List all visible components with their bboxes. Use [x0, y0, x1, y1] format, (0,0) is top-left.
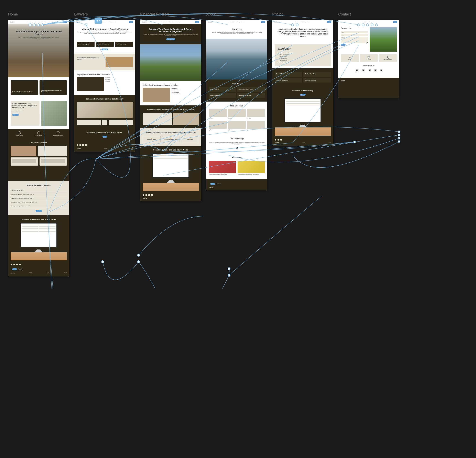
linkedin-icon[interactable]: [148, 194, 150, 196]
faq-cta-button[interactable]: Learn More: [35, 210, 42, 212]
twitter-icon[interactable]: [19, 264, 21, 265]
footer-link[interactable]: Home: [29, 273, 32, 274]
footer-logo[interactable]: cache: [341, 80, 345, 82]
page-home[interactable]: cache Lawyers Financial Advisors About P…: [8, 20, 69, 276]
nav-link[interactable]: Pricing: [369, 21, 372, 22]
page-label-financial[interactable]: Financial Advisors: [140, 12, 201, 17]
nav-link[interactable]: About: [106, 21, 108, 22]
demo-button[interactable]: Demo: [102, 136, 107, 138]
email-field[interactable]: [341, 34, 368, 36]
nav-link[interactable]: Pricing: [109, 21, 111, 22]
nav-link[interactable]: About: [40, 21, 42, 22]
message-field[interactable]: [341, 37, 368, 43]
linkedin-icon[interactable]: [280, 139, 282, 141]
footer-link[interactable]: Privacy: [130, 148, 133, 149]
nav-link[interactable]: About: [300, 21, 302, 22]
demo-pill[interactable]: Demo: [210, 183, 215, 185]
footer-link[interactable]: Terms: [64, 273, 67, 274]
audience-title[interactable]: Financial Advisors: [41, 164, 65, 165]
faq-item[interactable]: How long can I store my Estate Plan and …: [11, 200, 67, 204]
contact-method-call[interactable]: 📞 Schedule A Call: [379, 54, 397, 62]
cta-button[interactable]: See How It Works: [166, 38, 175, 40]
login-button[interactable]: Login: [393, 21, 397, 23]
faq-item[interactable]: How often will I need this? What if I fo…: [11, 193, 67, 196]
demo-pill[interactable]: Demo: [12, 268, 17, 270]
name-field[interactable]: [341, 31, 368, 33]
back-button[interactable]: ↩: [94, 18, 102, 24]
github-icon[interactable]: [143, 194, 144, 196]
footer-link[interactable]: Sitemap: [29, 272, 32, 273]
sitemap-canvas[interactable]: Home cache Lawyers Financial Advisors Ab…: [8, 12, 468, 276]
logo[interactable]: cache: [10, 21, 14, 23]
logo[interactable]: cache: [208, 21, 212, 23]
social-facebook[interactable]: ▣Facebook: [362, 69, 365, 72]
nav-link[interactable]: About: [234, 21, 236, 22]
linkedin-icon[interactable]: [82, 144, 84, 146]
nav-link[interactable]: About: [174, 21, 176, 22]
logo[interactable]: cache: [340, 21, 344, 23]
nav-link[interactable]: About: [366, 21, 368, 22]
social-github[interactable]: ▣GitHub: [374, 69, 377, 72]
footer-logo[interactable]: cache: [76, 148, 81, 150]
page-lawyers[interactable]: cache Lawyers Financial Advisors About P…: [74, 20, 135, 152]
footer-logo[interactable]: cache: [209, 187, 213, 188]
social-twitter[interactable]: ▣Twitter: [369, 69, 371, 72]
nav-link[interactable]: Financial Advisors: [32, 21, 38, 22]
page-label-contact[interactable]: Contact: [338, 12, 400, 17]
nav-link[interactable]: Pricing: [303, 21, 306, 22]
nav-link[interactable]: Contact: [373, 21, 376, 22]
twitter-icon[interactable]: [85, 144, 87, 146]
demo-button[interactable]: Schedule: [300, 94, 306, 96]
footer-link[interactable]: Privacy: [328, 142, 331, 143]
footer-link[interactable]: Sitemap: [104, 148, 107, 149]
footer-link[interactable]: Contact: [47, 273, 50, 274]
page-contact[interactable]: cache Lawyers About Pricing Contact Logi…: [338, 20, 400, 98]
page-label-pricing[interactable]: Pricing: [272, 12, 333, 17]
nav-link[interactable]: Pricing: [43, 21, 45, 22]
logo[interactable]: cache: [76, 21, 80, 23]
login-button[interactable]: Login: [195, 21, 199, 23]
github-icon[interactable]: [275, 139, 276, 141]
nav-link[interactable]: Pricing: [237, 21, 240, 22]
nav-link[interactable]: Contact: [113, 21, 116, 22]
social-linkedin[interactable]: ▣LinkedIn: [355, 69, 358, 72]
logo[interactable]: cache: [274, 21, 278, 23]
footer-link[interactable]: Sitemap: [302, 142, 305, 143]
footer-logo[interactable]: cache: [275, 142, 279, 144]
github-icon[interactable]: [76, 144, 78, 146]
nav-link[interactable]: Financial Advisors: [166, 21, 172, 22]
faq-item[interactable]: What happens to my data if I unsubscribe…: [11, 204, 67, 208]
login-button[interactable]: Login: [63, 21, 67, 23]
footer-logo[interactable]: cache: [11, 272, 15, 274]
social-apple[interactable]: ▣Apple: [380, 69, 382, 72]
nav-link[interactable]: Lawyers: [362, 21, 365, 22]
footer-link[interactable]: Privacy: [64, 272, 67, 273]
faq-item[interactable]: What type of files can I store?: [11, 189, 67, 193]
nav-link[interactable]: Lawyers: [27, 21, 31, 22]
price-pill[interactable]: $120: [216, 183, 221, 185]
facebook-icon[interactable]: [13, 264, 15, 265]
facebook-icon[interactable]: [79, 144, 81, 146]
page-financial[interactable]: cache Lawyers Financial Advisors About P…: [140, 20, 201, 201]
page-pricing[interactable]: cache Lawyers About Pricing Contact Logi…: [272, 20, 333, 146]
nav-link[interactable]: Contact: [47, 21, 50, 22]
submit-button[interactable]: Submit: [341, 44, 346, 46]
nav-link[interactable]: Pricing: [177, 21, 179, 22]
blog-card[interactable]: Secure Storage as a New Standard for You…: [238, 161, 265, 176]
footer-logo[interactable]: cache: [143, 197, 147, 199]
login-button[interactable]: Login: [129, 21, 133, 23]
page-label-lawyers[interactable]: Lawyers: [74, 12, 135, 17]
linkedin-icon[interactable]: [16, 264, 18, 265]
get-started-button[interactable]: Get Started: [102, 49, 108, 50]
learn-more-button[interactable]: Learn More: [12, 114, 19, 116]
blog-card[interactable]: Custom Integrations for Estate Planning …: [209, 161, 236, 176]
nav-link[interactable]: Lawyers: [296, 21, 299, 22]
nav-link[interactable]: Lawyers: [162, 21, 165, 22]
twitter-icon[interactable]: [151, 194, 153, 196]
price-pill[interactable]: $120: [18, 268, 22, 270]
page-label-home[interactable]: Home: [8, 12, 69, 17]
audience-title[interactable]: Lawyers: [12, 164, 36, 165]
contact-method-email[interactable]: ✉ Email: [341, 54, 359, 62]
faq-item[interactable]: Who can see the documents stored in my C…: [11, 196, 67, 200]
facebook-icon[interactable]: [278, 139, 279, 141]
